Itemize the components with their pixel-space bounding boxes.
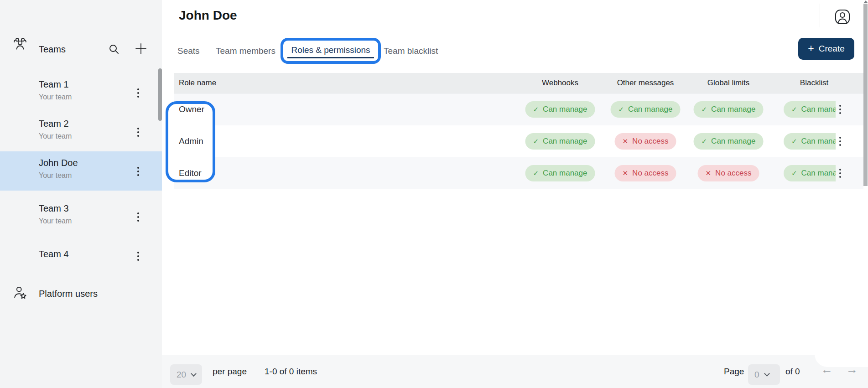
tab-team-blacklist[interactable]: Team blacklist [384,46,438,56]
kebab-menu-icon[interactable] [137,212,144,222]
create-button-label: Create [819,44,845,54]
check-icon: ✓ [791,137,797,145]
page-title: John Doe [179,8,237,23]
sidebar-item-team-2[interactable]: Team 2 Your team [0,112,162,151]
x-icon: ✕ [706,169,712,177]
x-icon: ✕ [623,137,629,145]
permission-badge: ✓Can manage [525,101,595,118]
column-other-messages: Other messages [617,78,674,88]
badge-label: Can manage [801,137,836,146]
team-name: Team 2 [39,119,69,129]
column-webhooks: Webhooks [542,78,578,88]
permission-badge: ✓Can manage [694,101,764,118]
per-page-select[interactable]: 20 [170,364,202,385]
platform-users-label: Platform users [39,289,98,299]
row-kebab-menu-icon[interactable] [839,168,846,178]
header-divider [820,4,820,27]
column-role-name: Role name [179,78,216,88]
tab-seats[interactable]: Seats [177,46,200,56]
main-content [162,0,868,388]
role-name: Owner [179,104,204,114]
kebab-menu-icon[interactable] [137,251,144,261]
page-scrollbar[interactable] [863,4,868,186]
sidebar-item-team-1[interactable]: Team 1 Your team [0,73,162,112]
team-subtitle: Your team [39,171,72,180]
badge-label: Can manage [543,169,587,178]
tab-roles-permissions-label: Roles & permissions [291,45,370,55]
column-blacklist: Blacklist [800,78,828,88]
table-row-editor: Editor ✓Can manage ✕No access ✕No access… [174,157,863,189]
page-number-value: 0 [754,370,759,380]
plus-icon: + [808,43,814,54]
floating-panel-corner [815,319,868,367]
badge-label: No access [632,137,668,146]
add-team-icon[interactable] [134,42,148,56]
chevron-down-icon [191,371,197,377]
permission-badge: ✓Can manage [525,133,595,150]
check-icon: ✓ [533,105,539,114]
sidebar-item-team-4[interactable]: Team 4 [0,236,162,275]
per-page-label: per page [213,367,247,377]
active-tab-underline [287,57,374,58]
permission-badge: ✕No access [698,165,759,181]
check-icon: ✓ [619,105,624,114]
x-icon: ✕ [623,169,629,177]
badge-label: Can manage [628,105,672,114]
team-subtitle: Your team [39,93,72,101]
permission-badge-clipped: ✓Can manage [784,101,836,118]
kebab-menu-icon[interactable] [137,166,144,176]
team-name: Team 3 [39,203,69,214]
roles-table: Role name Webhooks Other messages Global… [174,73,863,189]
check-icon: ✓ [533,169,539,177]
row-kebab-menu-icon[interactable] [839,104,846,114]
page-number-select[interactable]: 0 [748,364,780,385]
kebab-menu-icon[interactable] [137,88,144,98]
row-kebab-menu-icon[interactable] [839,136,846,146]
check-icon: ✓ [702,137,707,145]
column-global-limits: Global limits [707,78,750,88]
items-summary: 1-0 of 0 items [265,367,317,377]
permission-badge: ✓Can manage [694,133,764,150]
table-header-row: Role name Webhooks Other messages Global… [174,73,863,93]
permission-badge: ✓Can manage [611,101,681,118]
badge-label: Can manage [801,169,836,178]
pagination-footer: 20 per page 1-0 of 0 items Page 0 of 0 ←… [162,355,868,388]
badge-label: Can manage [543,137,587,146]
check-icon: ✓ [533,137,539,145]
sidebar-item-platform-users[interactable]: Platform users [0,282,162,308]
team-subtitle: Your team [39,217,72,225]
check-icon: ✓ [791,169,797,177]
tab-roles-permissions[interactable]: Roles & permissions [281,38,381,64]
check-icon: ✓ [702,105,707,114]
badge-label: Can manage [711,137,755,146]
team-subtitle: Your team [39,132,72,140]
team-name: Team 4 [39,249,69,259]
badge-label: Can manage [711,105,755,114]
sidebar-item-team-3[interactable]: Team 3 Your team [0,197,162,236]
badge-label: No access [632,169,668,178]
badge-label: No access [715,169,751,178]
create-button[interactable]: + Create [798,38,854,60]
teams-group-icon [12,36,28,53]
permission-badge: ✕No access [615,133,676,150]
sidebar-title: Teams [39,44,66,55]
role-name: Admin [179,136,203,146]
user-avatar-icon[interactable] [835,9,850,25]
permission-badge-clipped: ✓Can manage [784,165,836,181]
platform-users-icon [12,285,28,301]
sidebar-item-john-doe[interactable]: John Doe Your team [0,151,162,191]
search-icon[interactable] [108,43,120,56]
page-count-label: of 0 [785,367,800,377]
badge-label: Can manage [543,105,587,114]
permission-badge: ✓Can manage [525,165,595,181]
table-row-owner: Owner ✓Can manage ✓Can manage ✓Can manag… [174,93,863,125]
tab-team-members[interactable]: Team members [216,46,275,56]
scroll-up-arrow-icon[interactable] [864,0,868,3]
team-name: Team 1 [39,79,69,90]
per-page-value: 20 [177,370,186,380]
team-name: John Doe [39,158,78,168]
kebab-menu-icon[interactable] [137,127,144,137]
permission-badge: ✕No access [615,165,676,181]
teams-sidebar: Teams Team 1 Your team Team 2 Your team … [0,0,162,388]
role-name: Editor [179,168,202,178]
